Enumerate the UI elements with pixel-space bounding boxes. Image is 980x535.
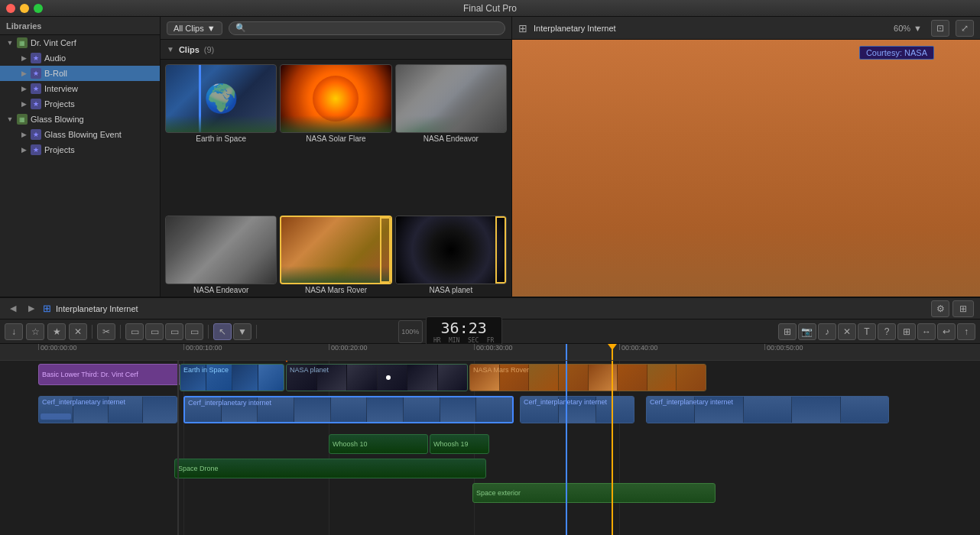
- percent-display: 100%: [398, 320, 423, 343]
- sidebar-item-glass-blowing[interactable]: ▼ ▦ Glass Blowing: [0, 112, 160, 127]
- preview-settings-btn[interactable]: ⊡: [931, 20, 949, 37]
- sidebar-label-dr-vint-cerf: Dr. Vint Cerf: [31, 38, 76, 47]
- clip-lower-third[interactable]: Basic Lower Third: Dr. Vint Cerf: [38, 364, 180, 385]
- clip-whoosh19[interactable]: Whoosh 19: [430, 434, 489, 454]
- clip-nasa-solar-flare[interactable]: NASA Solar Flare: [280, 64, 391, 212]
- ruler-mark-50: 00:00:50:00: [764, 344, 803, 352]
- clip-label-endeavor: NASA Endeavor: [395, 135, 507, 143]
- sidebar-item-interview[interactable]: ▶ ★ Interview: [0, 81, 160, 96]
- tool-blade[interactable]: ✂: [97, 323, 115, 340]
- lib-icon-dr-vint: ▦: [17, 37, 28, 48]
- zoom-arrow: ▼: [913, 24, 922, 33]
- whoosh19-label: Whoosh 19: [433, 440, 469, 448]
- rect-tool2[interactable]: ▭: [145, 323, 164, 340]
- nasa-badge: Courtesy: NASA: [859, 46, 934, 60]
- planet-visual: [396, 216, 506, 284]
- search-box[interactable]: 🔍: [229, 21, 505, 35]
- clip-mars-tl[interactable]: NASA Mars Rover: [469, 364, 706, 391]
- clip-thumb-endeavor: [395, 64, 507, 133]
- sidebar-label-glass-blowing: Glass Blowing: [31, 115, 84, 124]
- endeavor2-visual: [166, 216, 276, 284]
- expand-arrow-audio: ▶: [20, 54, 28, 62]
- rtool8[interactable]: ↔: [917, 323, 936, 340]
- preview-title: Interplanetary Internet: [534, 24, 616, 33]
- app-title: Final Cut Pro: [463, 3, 517, 14]
- clips-filter-dropdown[interactable]: All Clips ▼: [167, 21, 222, 35]
- space-drone-label: Space Drone: [178, 465, 219, 472]
- clip-nasa-planet-tl[interactable]: NASA planet: [286, 364, 468, 391]
- sidebar-label-b-roll: B-Roll: [44, 69, 67, 78]
- cerf4-label: Cerf_interplanetary internet: [650, 398, 733, 406]
- clip-space-exterior[interactable]: Space exterior: [472, 483, 716, 503]
- clip-space-drone[interactable]: Space Drone: [174, 459, 486, 478]
- close-button[interactable]: [6, 4, 15, 13]
- rtool4[interactable]: ✕: [838, 323, 856, 340]
- preview-toolbar: ⊞ Interplanetary Internet 60% ▼ ⊡ ⤢: [512, 17, 980, 40]
- timeline-area: ◀ ▶ ⊞ Interplanetary Internet ⚙ ⊞ ↓ ☆ ★ …: [0, 297, 980, 535]
- clip-earth-in-space[interactable]: 🌍 Earth in Space: [165, 64, 277, 212]
- timeline-icon: ⊞: [43, 303, 51, 314]
- browser-toolbar: All Clips ▼ 🔍: [161, 17, 511, 40]
- sep-tl4: [256, 325, 257, 339]
- rtool6[interactable]: ?: [878, 323, 896, 340]
- rtool-share[interactable]: ↑: [957, 323, 975, 340]
- timeline-zoom-btn[interactable]: ⊞: [952, 300, 974, 317]
- expand-arrow-gbe: ▶: [20, 131, 28, 138]
- rtool7[interactable]: ⊞: [897, 323, 916, 340]
- rect-tool3[interactable]: ▭: [165, 323, 183, 340]
- sidebar-item-b-roll[interactable]: ▶ ★ B-Roll: [0, 66, 160, 81]
- clip-label-planet: NASA planet: [395, 286, 507, 294]
- rtool9[interactable]: ↩: [937, 323, 956, 340]
- rtool2[interactable]: 📷: [798, 323, 816, 340]
- search-icon: 🔍: [235, 23, 246, 33]
- minimize-button[interactable]: [20, 4, 29, 13]
- lib-icon-glass: ▦: [17, 114, 28, 125]
- clips-triangle: ▼: [167, 45, 174, 54]
- clip-earth-in-space-tl[interactable]: Earth in Space: [180, 364, 284, 391]
- timeline-nav-left[interactable]: ◀: [6, 302, 20, 316]
- clip-cerf3[interactable]: Cerf_interplanetary internet: [520, 396, 634, 423]
- rtool1[interactable]: ⊞: [778, 323, 797, 340]
- clip-whoosh10[interactable]: Whoosh 10: [329, 434, 428, 454]
- titlebar: Final Cut Pro: [0, 0, 980, 17]
- percent-value: 100%: [401, 328, 419, 336]
- timecode-section: 100% 36:23 HR MIN SEC FR: [398, 316, 502, 346]
- clip-nasa-endeavor[interactable]: NASA Endeavor: [395, 64, 507, 212]
- clip-cerf2[interactable]: Cerf_interplanetary internet: [183, 396, 514, 423]
- tool2[interactable]: ★: [47, 323, 66, 340]
- maximize-button[interactable]: [34, 4, 43, 13]
- lib-icon-interview: ★: [31, 83, 41, 94]
- cerf1-label: Cerf_interplanetary internet: [42, 398, 125, 406]
- zoom-value: 60%: [894, 24, 910, 33]
- sidebar-item-projects2[interactable]: ▶ ★ Projects: [0, 142, 160, 157]
- pointer-btn[interactable]: ↖: [213, 323, 232, 340]
- preview-zoom-control[interactable]: 60% ▼: [894, 24, 922, 33]
- rtool3[interactable]: ♪: [818, 323, 836, 340]
- sidebar-item-dr-vint-cerf[interactable]: ▼ ▦ Dr. Vint Cerf: [0, 35, 160, 50]
- sidebar-item-glass-blowing-event[interactable]: ▶ ★ Glass Blowing Event: [0, 127, 160, 142]
- timeline-settings-btn[interactable]: ⚙: [931, 300, 949, 317]
- rect-tool4[interactable]: ▭: [185, 323, 203, 340]
- sep-tl1: [92, 325, 92, 339]
- import-btn[interactable]: ↓: [5, 323, 23, 340]
- sidebar-item-audio[interactable]: ▶ ★ Audio: [0, 50, 160, 66]
- timeline-tracks: Basic Lower Third: Dr. Vint Cerf Earth i…: [0, 361, 980, 535]
- timeline-nav-right[interactable]: ▶: [24, 302, 38, 316]
- clip-thumb-earth: 🌍: [165, 64, 277, 133]
- whoosh10-label: Whoosh 10: [333, 440, 368, 448]
- sidebar-label-audio: Audio: [44, 54, 66, 63]
- earth-visual: 🌍: [166, 65, 276, 132]
- clip-cerf1[interactable]: Cerf_interplanetary internet: [38, 396, 177, 423]
- playhead-arrow: [608, 344, 617, 350]
- rect-tool[interactable]: ▭: [125, 323, 144, 340]
- pointer-arrow[interactable]: ▼: [233, 323, 251, 340]
- ruler-mark-20: 00:00:20:00: [329, 344, 368, 352]
- ruler-mark-0: 00:00:00:00: [38, 344, 77, 352]
- tool3[interactable]: ✕: [69, 323, 87, 340]
- rtool5[interactable]: T: [858, 323, 876, 340]
- sidebar-item-projects[interactable]: ▶ ★ Projects: [0, 96, 160, 112]
- clip-cerf4[interactable]: Cerf_interplanetary internet: [646, 396, 889, 423]
- preview-expand-btn[interactable]: ⤢: [956, 20, 974, 37]
- tool1[interactable]: ☆: [26, 323, 44, 340]
- clip-label-solar: NASA Solar Flare: [280, 135, 391, 143]
